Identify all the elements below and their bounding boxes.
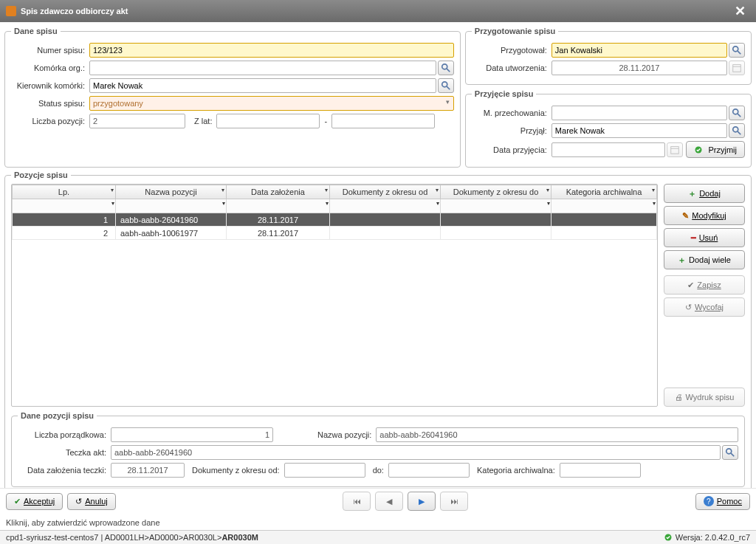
kierownik-lookup-icon[interactable] xyxy=(438,78,454,93)
column-filter-input[interactable] xyxy=(227,199,329,213)
liczba-input xyxy=(89,114,185,128)
close-icon[interactable]: ✕ xyxy=(730,3,750,19)
app-icon xyxy=(6,6,16,16)
pozycje-table[interactable]: Lp.▾Nazwa pozycji▾Data założenia▾Dokumen… xyxy=(11,184,658,407)
nav-prev-button[interactable]: ◀ xyxy=(375,492,403,511)
svg-rect-6 xyxy=(733,65,741,72)
data-prz-input xyxy=(551,142,665,157)
column-filter-input[interactable] xyxy=(441,199,551,213)
komorka-lookup-icon[interactable] xyxy=(438,61,454,75)
dp-lp-label: Liczba porządkowa: xyxy=(18,430,106,439)
svg-line-16 xyxy=(731,453,734,456)
pozycje-legend: Pozycje spisu xyxy=(11,171,71,179)
table-row[interactable]: 2aabh-aabh-1006197728.11.2017 xyxy=(13,227,657,240)
svg-line-5 xyxy=(738,51,740,54)
dp-teczka-lookup-icon[interactable] xyxy=(722,445,738,460)
dodaj-label: Dodaj xyxy=(699,189,721,198)
dp-nazwa-label: Nazwa pozycji: xyxy=(317,430,371,439)
title-bar: Spis zdawczo odbiorczy akt ✕ xyxy=(0,0,756,22)
przygotowanie-legend: Przygotowanie spisu xyxy=(472,27,558,35)
anuluj-button[interactable]: ↺Anuluj xyxy=(67,493,116,510)
footer-version: Wersja: 2.0.42.0_rc7 xyxy=(664,533,750,542)
svg-point-15 xyxy=(726,449,732,454)
dp-nazwa-input xyxy=(376,427,738,442)
kierownik-label: Kierownik komórki: xyxy=(11,81,85,90)
kierownik-input[interactable] xyxy=(89,78,436,93)
usun-button[interactable]: ━Usuń xyxy=(664,228,745,247)
wydruk-label: Wydruk spisu xyxy=(686,393,735,402)
data-utw-input xyxy=(551,61,727,75)
usun-label: Usuń xyxy=(699,233,718,242)
window-title: Spis zdawczo odbiorczy akt xyxy=(21,7,128,16)
status-ok-icon xyxy=(664,533,673,542)
zapisz-button[interactable]: ✔Zapisz xyxy=(664,275,745,295)
zapisz-label: Zapisz xyxy=(697,280,721,289)
pomoc-button[interactable]: ?Pomoc xyxy=(695,493,750,510)
przygotowal-input[interactable] xyxy=(551,43,727,58)
akceptuj-button[interactable]: ✔Akceptuj xyxy=(6,493,63,510)
dp-teczka-label: Teczka akt: xyxy=(18,448,106,457)
column-filter-input[interactable] xyxy=(116,199,226,213)
pomoc-label: Pomoc xyxy=(717,497,742,506)
svg-line-11 xyxy=(738,131,740,134)
column-header[interactable]: Data założenia▾ xyxy=(227,185,330,199)
dp-kat-label: Kategoria archiwalna: xyxy=(477,466,555,475)
data-prz-label: Data przyjęcia: xyxy=(472,145,547,154)
nav-first-button[interactable]: ⏮ xyxy=(343,492,371,511)
data-utw-calendar-icon xyxy=(729,61,745,75)
komorka-input[interactable] xyxy=(89,61,436,75)
svg-line-1 xyxy=(447,69,450,72)
column-filter-input[interactable] xyxy=(330,199,440,213)
dodaj-button[interactable]: ＋Dodaj xyxy=(664,184,745,203)
column-header[interactable]: Dokumenty z okresu od▾ xyxy=(330,185,441,199)
wycofaj-button[interactable]: ↺Wycofaj xyxy=(664,297,745,317)
przygotowanie-group: Przygotowanie spisu Przygotował: Data ut… xyxy=(465,27,752,85)
column-filter-input[interactable] xyxy=(13,199,115,213)
dane-pozycji-legend: Dane pozycji spisu xyxy=(18,411,97,420)
dane-spisu-group: Dane spisu Numer spisu: Komórka org.: Ki… xyxy=(4,27,461,168)
data-utw-label: Data utworzenia: xyxy=(472,63,547,72)
svg-point-0 xyxy=(442,64,447,69)
status-hint: Kliknij, aby zatwierdzić wprowadzone dan… xyxy=(0,515,756,530)
przyjecie-legend: Przyjęcie spisu xyxy=(472,89,537,98)
przyjmij-button[interactable]: Przyjmij xyxy=(686,141,746,158)
dp-data-label: Data założenia teczki: xyxy=(18,466,106,475)
dp-od-input xyxy=(284,463,365,478)
table-row[interactable]: 1aabb-aabb-2604196028.11.2017 xyxy=(13,213,657,227)
data-prz-calendar-icon xyxy=(667,142,683,157)
akceptuj-label: Akceptuj xyxy=(24,497,55,506)
column-header[interactable]: Lp.▾ xyxy=(13,185,116,199)
dp-teczka-input xyxy=(111,445,721,460)
dodaj-wiele-label: Dodaj wiele xyxy=(689,255,731,264)
column-header[interactable]: Dokumenty z okresu do▾ xyxy=(441,185,551,199)
przygotowal-lookup-icon[interactable] xyxy=(729,43,745,58)
mprzech-lookup-icon[interactable] xyxy=(729,106,745,120)
svg-line-9 xyxy=(738,114,740,117)
anuluj-label: Anuluj xyxy=(85,497,108,506)
dane-spisu-legend: Dane spisu xyxy=(11,27,61,35)
liczba-label: Liczba pozycji: xyxy=(11,117,85,125)
column-filter-input[interactable] xyxy=(551,199,656,213)
column-header[interactable]: Nazwa pozycji▾ xyxy=(116,185,227,199)
komorka-label: Komórka org.: xyxy=(11,63,85,72)
dane-pozycji-group: Dane pozycji spisu Liczba porządkowa: Na… xyxy=(11,411,745,487)
dodaj-wiele-button[interactable]: ＋Dodaj wiele xyxy=(664,250,745,269)
nav-last-button[interactable]: ⏭ xyxy=(440,492,468,511)
mprzech-input[interactable] xyxy=(551,106,727,120)
svg-point-2 xyxy=(442,82,447,87)
nav-next-button[interactable]: ▶ xyxy=(408,492,436,511)
modyfikuj-button[interactable]: ✎Modyfikuj xyxy=(664,206,745,225)
svg-point-8 xyxy=(733,109,738,114)
zlat-to-input xyxy=(331,114,435,128)
column-header[interactable]: Kategoria archiwalna▾ xyxy=(551,185,657,199)
dp-do-input xyxy=(388,463,470,478)
przyjal-input[interactable] xyxy=(551,123,727,138)
modyfikuj-label: Modyfikuj xyxy=(692,211,726,220)
wydruk-button[interactable]: 🖨Wydruk spisu xyxy=(664,388,745,407)
numer-spisu-input[interactable] xyxy=(89,43,454,58)
status-select[interactable]: przygotowany xyxy=(89,96,454,111)
mprzech-label: M. przechowania: xyxy=(472,109,547,117)
dp-kat-input xyxy=(560,463,641,478)
status-label: Status spisu: xyxy=(11,99,85,108)
przyjal-lookup-icon[interactable] xyxy=(729,123,745,138)
